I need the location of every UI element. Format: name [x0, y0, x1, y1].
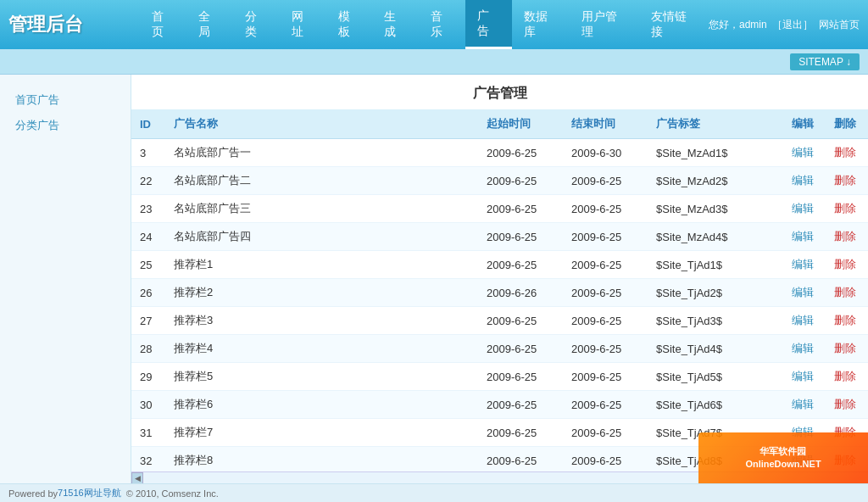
hscroll-left[interactable]: ◀ — [131, 472, 143, 484]
edit-link[interactable]: 编辑 — [792, 286, 814, 298]
table-row: 24名站底部广告四2009-6-252009-6-25$Site_MzAd4$编… — [131, 223, 868, 251]
delete-link[interactable]: 删除 — [834, 202, 856, 215]
table-row: 25推荐栏12009-6-252009-6-25$Site_TjAd1$编辑删除 — [131, 251, 868, 279]
table-row: 31推荐栏72009-6-252009-6-25$Site_TjAd7$编辑删除 — [131, 419, 868, 447]
delete-link[interactable]: 删除 — [834, 146, 856, 159]
table-col-ID: ID — [131, 109, 165, 139]
edit-link[interactable]: 编辑 — [792, 258, 814, 271]
table-row: 29推荐栏52009-6-252009-6-25$Site_TjAd5$编辑删除 — [131, 363, 868, 391]
user-info: 您好，admin ［退出］ 网站首页 — [709, 18, 860, 32]
delete-link[interactable]: 删除 — [834, 258, 856, 271]
table-row: 27推荐栏32009-6-252009-6-25$Site_TjAd3$编辑删除 — [131, 307, 868, 335]
nav-item-分类[interactable]: 分类 — [233, 0, 280, 49]
main-content: 广告管理 ID广告名称起始时间结束时间广告标签编辑删除 3名站底部广告一2009… — [131, 75, 868, 483]
delete-link[interactable]: 删除 — [834, 370, 856, 382]
powered-by-text: Powered by — [8, 488, 58, 499]
nav-item-数据库[interactable]: 数据库 — [512, 0, 570, 49]
table-header-row: ID广告名称起始时间结束时间广告标签编辑删除 — [131, 109, 868, 139]
table-header: ID广告名称起始时间结束时间广告标签编辑删除 — [131, 109, 868, 139]
nav-item-生成[interactable]: 生成 — [372, 0, 419, 49]
table-row: 22名站底部广告二2009-6-252009-6-25$Site_MzAd2$编… — [131, 167, 868, 195]
user-greeting: 您好，admin — [709, 19, 767, 31]
sidebar-item[interactable]: 首页广告 — [8, 87, 122, 113]
logout-link[interactable]: 退出 — [782, 19, 803, 31]
table-row: 26推荐栏22009-6-262009-6-25$Site_TjAd2$编辑删除 — [131, 279, 868, 307]
table-row: 3名站底部广告一2009-6-252009-6-30$Site_MzAd1$编辑… — [131, 139, 868, 167]
table-col-起始时间: 起始时间 — [478, 109, 563, 139]
site-title: 管理后台 — [8, 12, 140, 37]
table-col-广告标签: 广告标签 — [648, 109, 783, 139]
table-col-结束时间: 结束时间 — [563, 109, 648, 139]
edit-link[interactable]: 编辑 — [792, 146, 814, 159]
nav-item-模板[interactable]: 模板 — [326, 0, 373, 49]
edit-link[interactable]: 编辑 — [792, 314, 814, 326]
delete-link[interactable]: 删除 — [834, 230, 856, 243]
table-col-编辑: 编辑 — [783, 109, 826, 139]
nav-item-网址[interactable]: 网址 — [280, 0, 326, 49]
nav-item-友情链接[interactable]: 友情链接 — [639, 0, 709, 49]
delete-link[interactable]: 删除 — [834, 426, 856, 438]
copyright-text: © 2010, Comsenz Inc. — [126, 488, 219, 499]
delete-link[interactable]: 删除 — [834, 174, 856, 187]
nav-item-音乐[interactable]: 音乐 — [419, 0, 465, 49]
subheader: SITEMAP ↓ — [0, 49, 868, 75]
footer-link[interactable]: 71516网址导航 — [58, 487, 121, 499]
sitemap-button[interactable]: SITEMAP ↓ — [790, 53, 860, 70]
nav-item-广告[interactable]: 广告 — [465, 0, 512, 49]
layout: 首页广告分类广告 广告管理 ID广告名称起始时间结束时间广告标签编辑删除 3名站… — [0, 75, 868, 483]
horizontal-scrollbar[interactable]: ◀ — [131, 471, 868, 483]
homepage-link[interactable]: 网站首页 — [819, 19, 860, 31]
edit-link[interactable]: 编辑 — [792, 370, 814, 382]
table-col-广告名称: 广告名称 — [165, 109, 478, 139]
sidebar-item[interactable]: 分类广告 — [8, 113, 122, 138]
footer: Powered by 71516网址导航 © 2010, Comsenz Inc… — [0, 483, 868, 502]
edit-link[interactable]: 编辑 — [792, 174, 814, 187]
table-row: 30推荐栏62009-6-252009-6-25$Site_TjAd6$编辑删除 — [131, 391, 868, 419]
table-row: 28推荐栏42009-6-252009-6-25$Site_TjAd4$编辑删除 — [131, 335, 868, 363]
delete-link[interactable]: 删除 — [834, 398, 856, 410]
edit-link[interactable]: 编辑 — [792, 398, 814, 410]
delete-link[interactable]: 删除 — [834, 314, 856, 326]
page-title: 广告管理 — [131, 75, 868, 109]
edit-link[interactable]: 编辑 — [792, 230, 814, 243]
edit-link[interactable]: 编辑 — [792, 202, 814, 215]
ad-table: ID广告名称起始时间结束时间广告标签编辑删除 3名站底部广告一2009-6-25… — [131, 109, 868, 471]
table-row: 32推荐栏82009-6-252009-6-25$Site_TjAd8$编辑删除 — [131, 447, 868, 472]
table-col-删除: 删除 — [826, 109, 868, 139]
nav-item-首页[interactable]: 首页 — [140, 0, 186, 49]
edit-link[interactable]: 编辑 — [792, 342, 814, 354]
delete-link[interactable]: 删除 — [834, 286, 856, 298]
table-body: 3名站底部广告一2009-6-252009-6-30$Site_MzAd1$编辑… — [131, 139, 868, 472]
delete-link[interactable]: 删除 — [834, 454, 856, 466]
header: 管理后台 首页全局分类网址模板生成音乐广告数据库用户管理友情链接 您好，admi… — [0, 0, 868, 49]
delete-link[interactable]: 删除 — [834, 342, 856, 354]
main-nav: 首页全局分类网址模板生成音乐广告数据库用户管理友情链接 — [140, 0, 709, 49]
sidebar: 首页广告分类广告 — [0, 75, 131, 483]
nav-item-全局[interactable]: 全局 — [186, 0, 233, 49]
table-row: 23名站底部广告三2009-6-252009-6-25$Site_MzAd3$编… — [131, 195, 868, 223]
nav-item-用户管理[interactable]: 用户管理 — [570, 0, 639, 49]
main-scroll-area[interactable]: 广告管理 ID广告名称起始时间结束时间广告标签编辑删除 3名站底部广告一2009… — [131, 75, 868, 471]
edit-link[interactable]: 编辑 — [792, 426, 814, 438]
edit-link[interactable]: 编辑 — [792, 454, 814, 466]
